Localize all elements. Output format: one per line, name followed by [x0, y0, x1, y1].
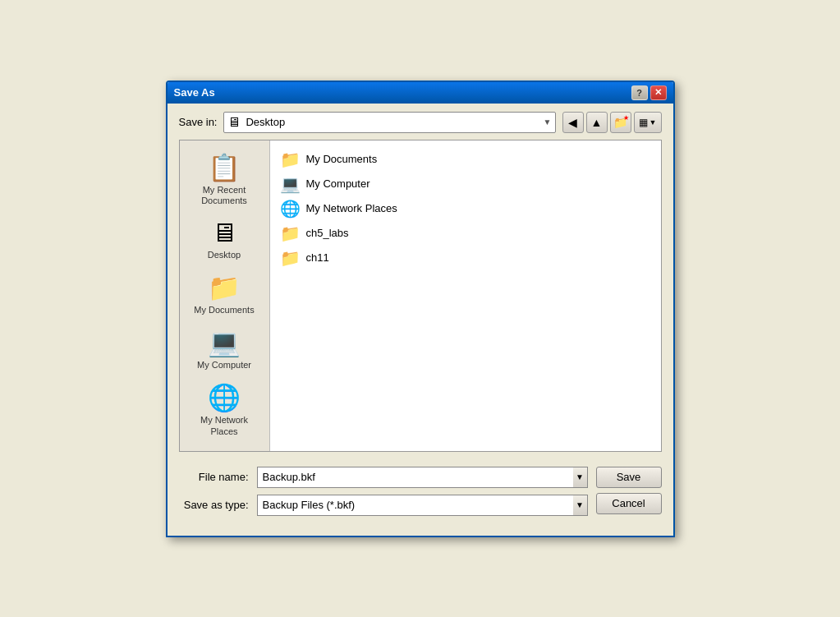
title-bar: Save As ? ✕	[168, 82, 673, 104]
cancel-button[interactable]: Cancel	[596, 493, 662, 514]
sidebar-network-label: My NetworkPlaces	[200, 415, 248, 436]
my-computer-icon: 💻	[208, 327, 241, 358]
sidebar-item-network[interactable]: 🌐 My NetworkPlaces	[187, 379, 261, 440]
recent-docs-icon: 📋	[208, 152, 241, 183]
help-button[interactable]: ?	[631, 85, 648, 100]
save-button[interactable]: Save	[596, 467, 662, 488]
list-item-name: My Computer	[306, 177, 370, 190]
form-fields: File name: ▼ Save as type: ▼	[179, 467, 588, 523]
filetype-input[interactable]	[257, 495, 573, 516]
sidebar-item-desktop[interactable]: 🖥 Desktop	[187, 214, 261, 264]
sidebar-mycomp-label: My Computer	[197, 360, 251, 371]
file-list-panel: 📁 My Documents 💻 My Computer 🌐 My Networ…	[270, 140, 661, 451]
my-computer-list-icon: 💻	[280, 174, 300, 194]
title-bar-buttons: ? ✕	[631, 85, 667, 100]
list-item-name: ch11	[306, 251, 329, 264]
save-in-dropdown[interactable]: 🖥 Desktop ▼	[223, 112, 555, 133]
filetype-label: Save as type:	[179, 499, 249, 511]
filename-label: File name:	[179, 471, 249, 483]
up-button[interactable]: ▲	[586, 112, 608, 133]
main-area: 📋 My RecentDocuments 🖥 Desktop 📁 My Docu…	[179, 140, 662, 452]
sidebar-mydocs-label: My Documents	[194, 305, 254, 315]
sidebar-recent-label: My RecentDocuments	[201, 185, 247, 206]
dialog-title: Save As	[174, 86, 215, 99]
views-button[interactable]: ▦▼	[634, 112, 662, 133]
close-button[interactable]: ✕	[650, 85, 667, 100]
ch5labs-folder-icon: 📁	[280, 223, 300, 243]
list-item[interactable]: 🌐 My Network Places	[275, 196, 656, 221]
desktop-icon: 🖥	[211, 218, 237, 248]
my-network-list-icon: 🌐	[280, 199, 300, 219]
filename-input-group: ▼	[257, 467, 588, 488]
save-in-label: Save in:	[179, 116, 218, 128]
sidebar-item-mydocs[interactable]: 📁 My Documents	[187, 269, 261, 319]
list-item[interactable]: 💻 My Computer	[275, 172, 656, 196]
sidebar-desktop-label: Desktop	[208, 250, 241, 260]
views-arrow-icon: ▼	[650, 118, 657, 127]
list-item-name: My Documents	[306, 153, 378, 165]
new-folder-button[interactable]: 📁★	[610, 112, 631, 133]
toolbar-buttons: ◀ ▲ 📁★ ▦▼	[562, 112, 662, 133]
filename-input[interactable]	[257, 467, 573, 488]
my-documents-list-icon: 📁	[280, 150, 300, 169]
chevron-down-icon: ▼	[544, 117, 552, 127]
save-in-value: Desktop	[246, 116, 543, 128]
sidebar-item-recent[interactable]: 📋 My RecentDocuments	[187, 149, 261, 210]
filetype-row: Save as type: ▼	[179, 495, 588, 516]
save-in-row: Save in: 🖥 Desktop ▼ ◀ ▲ 📁★ ▦▼	[179, 112, 662, 133]
save-as-dialog: Save As ? ✕ Save in: 🖥 Desktop ▼ ◀ ▲ 📁★	[166, 81, 675, 537]
back-button[interactable]: ◀	[562, 112, 584, 133]
filename-row: File name: ▼	[179, 467, 588, 488]
action-buttons: Save Cancel	[596, 467, 662, 514]
list-item[interactable]: 📁 My Documents	[275, 147, 656, 172]
filetype-dropdown-arrow[interactable]: ▼	[573, 495, 588, 516]
list-item-name: My Network Places	[306, 202, 397, 214]
list-item[interactable]: 📁 ch11	[275, 246, 656, 270]
list-item-name: ch5_labs	[306, 227, 349, 239]
network-icon: 🌐	[208, 382, 241, 413]
filetype-input-group: ▼	[257, 495, 588, 516]
bottom-form: File name: ▼ Save as type: ▼	[179, 467, 662, 523]
views-icon: ▦	[639, 117, 648, 128]
filename-dropdown-arrow[interactable]: ▼	[573, 467, 588, 488]
dialog-body: Save in: 🖥 Desktop ▼ ◀ ▲ 📁★ ▦▼	[168, 104, 673, 536]
bottom-area: File name: ▼ Save as type: ▼	[179, 452, 662, 526]
title-bar-left: Save As	[174, 86, 215, 99]
sidebar-item-mycomputer[interactable]: 💻 My Computer	[187, 324, 261, 374]
my-documents-icon: 📁	[208, 272, 241, 303]
left-panel: 📋 My RecentDocuments 🖥 Desktop 📁 My Docu…	[180, 140, 270, 451]
ch11-folder-icon: 📁	[280, 248, 300, 268]
list-item[interactable]: 📁 ch5_labs	[275, 221, 656, 246]
save-in-icon: 🖥	[227, 115, 241, 130]
